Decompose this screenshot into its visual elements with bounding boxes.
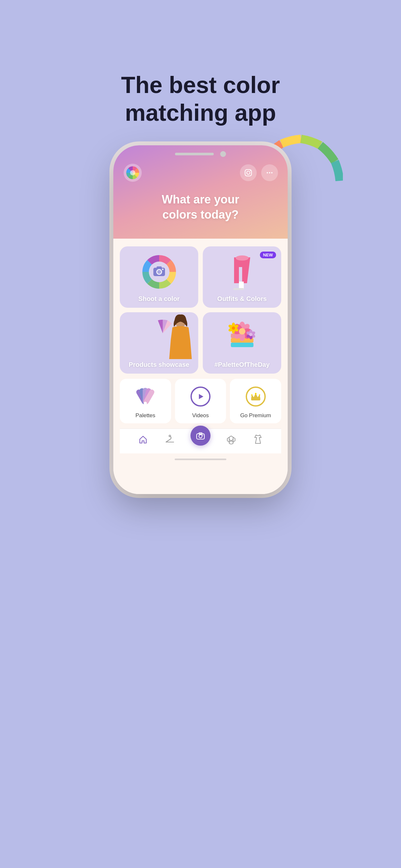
outfits-colors-card[interactable]: NEW (203, 246, 281, 308)
svg-point-53 (259, 394, 260, 396)
community-icon (225, 433, 237, 445)
shoot-color-label: Shoot a color (138, 295, 180, 303)
header-tagline: What are yourcolors today? (123, 192, 278, 222)
svg-rect-50 (251, 399, 260, 400)
page-headline: The best color matching app (121, 71, 280, 127)
go-premium-label: Go Premium (240, 412, 271, 419)
palettes-card[interactable]: Palettes (120, 379, 171, 423)
app-main-content: Shoot a color NEW (113, 239, 288, 494)
svg-point-35 (232, 327, 235, 330)
home-indicator (175, 459, 226, 460)
home-icon (137, 433, 149, 445)
hanger-icon (164, 433, 176, 445)
camera-tab-button (190, 426, 211, 445)
svg-rect-14 (234, 288, 244, 290)
dress-icon (252, 433, 264, 445)
svg-point-54 (169, 435, 171, 437)
svg-point-58 (202, 434, 203, 435)
outfits-colors-label: Outfits & Colors (217, 295, 267, 303)
svg-point-28 (239, 328, 245, 335)
tab-home[interactable] (137, 433, 149, 445)
svg-point-52 (251, 394, 252, 396)
tab-dress[interactable] (252, 433, 264, 445)
svg-rect-10 (157, 267, 162, 268)
svg-rect-17 (231, 343, 253, 347)
svg-point-13 (162, 268, 163, 270)
videos-label: Videos (192, 412, 209, 419)
videos-card[interactable]: Videos (175, 379, 226, 423)
palettes-icon (134, 385, 157, 408)
tab-camera[interactable] (190, 433, 211, 445)
palettes-label: Palettes (135, 412, 155, 419)
phone-notch (175, 151, 226, 157)
bottom-cards-row: Palettes Videos (120, 379, 281, 423)
palette-of-day-card[interactable]: #PaletteOfTheDay (203, 312, 281, 374)
app-screen: What are yourcolors today? (113, 145, 288, 494)
more-options-button[interactable] (261, 164, 278, 181)
app-header: What are yourcolors today? (113, 145, 288, 239)
svg-point-7 (271, 172, 273, 174)
palette-of-day-label: #PaletteOfTheDay (214, 361, 270, 368)
feature-cards-grid: Shoot a color NEW (120, 246, 281, 374)
svg-point-56 (199, 435, 202, 438)
tab-wardrobe[interactable] (164, 433, 176, 445)
svg-point-4 (250, 170, 251, 171)
svg-point-1 (130, 170, 135, 175)
app-logo (123, 163, 143, 182)
instagram-button[interactable] (240, 164, 257, 181)
svg-point-51 (255, 393, 256, 394)
premium-icon (244, 385, 267, 408)
svg-point-48 (144, 402, 147, 405)
svg-marker-49 (199, 394, 204, 399)
svg-point-12 (157, 270, 161, 274)
tab-community[interactable] (225, 433, 237, 445)
go-premium-card[interactable]: Go Premium (230, 379, 281, 423)
svg-point-5 (267, 172, 268, 174)
svg-point-6 (269, 172, 270, 174)
svg-point-15 (236, 255, 249, 260)
svg-point-42 (249, 333, 252, 336)
svg-point-3 (247, 171, 250, 175)
products-showcase-card[interactable]: Products showcase (120, 312, 198, 374)
phone-mockup: What are yourcolors today? (113, 145, 288, 494)
tab-bar (120, 429, 281, 454)
shoot-color-card[interactable]: Shoot a color (120, 246, 198, 308)
videos-icon (189, 385, 212, 408)
